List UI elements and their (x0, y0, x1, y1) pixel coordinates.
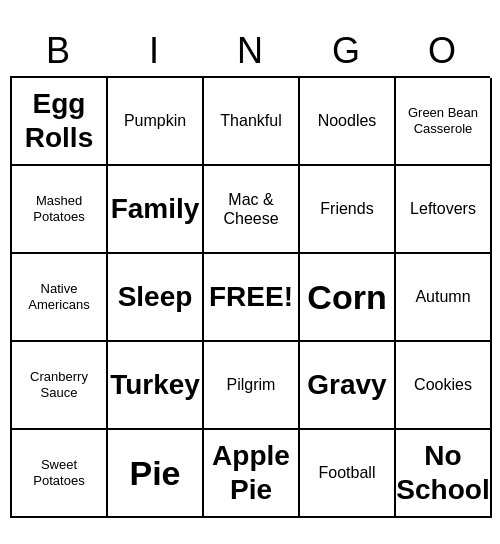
grid-cell: No School (396, 430, 492, 518)
grid-cell: Family (108, 166, 204, 254)
grid-cell: Pumpkin (108, 78, 204, 166)
grid-cell: Friends (300, 166, 396, 254)
header-letter: I (106, 26, 202, 76)
header-letter: O (394, 26, 490, 76)
header-letter: G (298, 26, 394, 76)
grid-cell: Cookies (396, 342, 492, 430)
grid-cell: Thankful (204, 78, 300, 166)
grid-cell: Native Americans (12, 254, 108, 342)
grid-cell: Corn (300, 254, 396, 342)
grid-cell: Football (300, 430, 396, 518)
header-letter: B (10, 26, 106, 76)
grid-cell: Mac & Cheese (204, 166, 300, 254)
grid-cell: Turkey (108, 342, 204, 430)
bingo-header: BINGO (10, 26, 490, 76)
grid-cell: Apple Pie (204, 430, 300, 518)
grid-cell: Leftovers (396, 166, 492, 254)
bingo-grid: Egg RollsPumpkinThankfulNoodlesGreen Bea… (10, 76, 490, 518)
bingo-card: BINGO Egg RollsPumpkinThankfulNoodlesGre… (10, 26, 490, 518)
grid-cell: Pilgrim (204, 342, 300, 430)
grid-cell: Sweet Potatoes (12, 430, 108, 518)
grid-cell: Noodles (300, 78, 396, 166)
header-letter: N (202, 26, 298, 76)
grid-cell: Egg Rolls (12, 78, 108, 166)
grid-cell: Green Bean Casserole (396, 78, 492, 166)
grid-cell: Mashed Potatoes (12, 166, 108, 254)
grid-cell: Gravy (300, 342, 396, 430)
grid-cell: Cranberry Sauce (12, 342, 108, 430)
grid-cell: Sleep (108, 254, 204, 342)
grid-cell: Pie (108, 430, 204, 518)
grid-cell: FREE! (204, 254, 300, 342)
grid-cell: Autumn (396, 254, 492, 342)
